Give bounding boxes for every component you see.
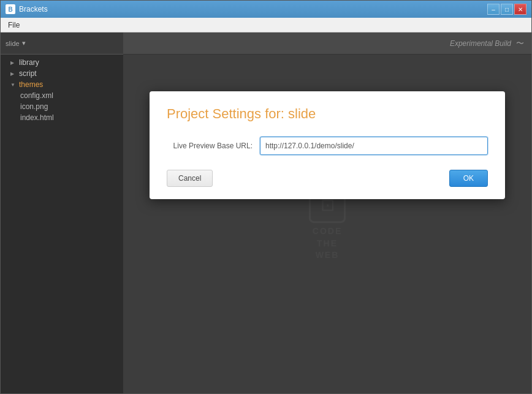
modal-footer: Cancel OK (167, 170, 488, 187)
app-icon: B (6, 4, 15, 14)
app-body: slide ▾ ▶ library ▶ script ▼ themes (1, 32, 531, 393)
modal-form-row: Live Preview Base URL: (167, 137, 488, 155)
tree-item-label-library: library (19, 58, 39, 67)
arrow-icon-themes: ▼ (10, 82, 17, 88)
activity-icon: 〜 (516, 38, 524, 49)
live-preview-url-input[interactable] (260, 137, 488, 155)
tree-item-label-index-html: index.html (20, 113, 54, 122)
minimize-button[interactable]: – (487, 4, 500, 15)
modal-title: Project Settings for: slide (167, 106, 488, 122)
title-bar-controls: – □ ✕ (487, 4, 526, 15)
close-button[interactable]: ✕ (514, 4, 526, 15)
title-bar-left: B Brackets (6, 4, 48, 14)
tree-item-themes[interactable]: ▼ themes (1, 79, 123, 90)
tree-item-config-xml[interactable]: config.xml (1, 90, 123, 101)
tree-item-script[interactable]: ▶ script (1, 68, 123, 79)
main-content: Experimental Build 〜 ⊡ CODE THE WEB (123, 32, 531, 393)
window-title: Brackets (19, 5, 48, 13)
arrow-icon-script: ▶ (10, 71, 17, 77)
maximize-button[interactable]: □ (501, 4, 513, 15)
modal-overlay: Project Settings for: slide Live Preview… (123, 55, 531, 393)
main-toolbar: Experimental Build 〜 (123, 32, 531, 55)
window-frame: B Brackets – □ ✕ File slide ▾ ▶ (0, 0, 532, 394)
tree-item-library[interactable]: ▶ library (1, 57, 123, 68)
live-preview-label: Live Preview Base URL: (167, 142, 253, 150)
main-area: ⊡ CODE THE WEB Project Settings for: sli… (123, 55, 531, 393)
tree-item-label-config-xml: config.xml (20, 91, 53, 100)
ok-button[interactable]: OK (449, 170, 488, 187)
tree-item-label-script: script (19, 69, 37, 78)
system-menu-bar: File (1, 18, 531, 32)
tree-item-label-icon-png: icon.png (20, 102, 48, 111)
sidebar: slide ▾ ▶ library ▶ script ▼ themes (1, 32, 123, 393)
sidebar-toolbar: slide ▾ (1, 32, 123, 55)
file-tree: ▶ library ▶ script ▼ themes config.xml i… (1, 55, 123, 393)
modal-title-prefix: Project Settings for: (167, 106, 288, 121)
title-bar: B Brackets – □ ✕ (1, 1, 531, 18)
project-title[interactable]: slide ▾ (6, 39, 26, 47)
modal-title-project: slide (288, 106, 316, 121)
tree-item-index-html[interactable]: index.html (1, 112, 123, 123)
arrow-icon-library: ▶ (10, 60, 17, 66)
chevron-down-icon: ▾ (22, 39, 26, 47)
tree-item-icon-png[interactable]: icon.png (1, 101, 123, 112)
project-settings-modal: Project Settings for: slide Live Preview… (150, 91, 505, 199)
project-name: slide (6, 40, 20, 47)
experimental-build-label: Experimental Build (450, 39, 511, 48)
system-menu-file[interactable]: File (3, 19, 25, 31)
tree-item-label-themes: themes (19, 80, 43, 89)
cancel-button[interactable]: Cancel (167, 170, 213, 187)
